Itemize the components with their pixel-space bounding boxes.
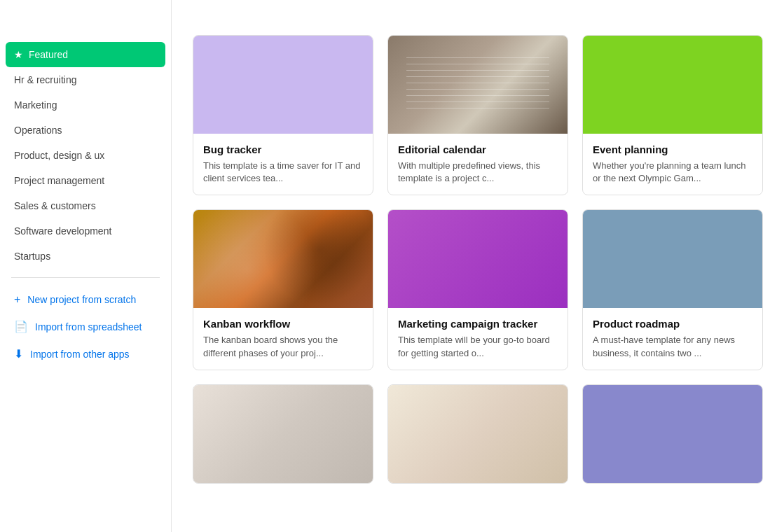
card-description: This template will be your go-to board f… [398, 334, 558, 359]
sidebar-item-label: Marketing [14, 99, 57, 111]
card-body: Event planningWhether you're planning a … [583, 134, 762, 195]
card-title: Event planning [593, 144, 752, 155]
sidebar: ★FeaturedHr & recruitingMarketingOperati… [0, 0, 172, 532]
import-apps-icon: ⬇ [14, 347, 23, 360]
card-body: Editorial calendarWith multiple predefin… [388, 134, 568, 195]
card-image-chart [388, 385, 568, 483]
sidebar-item-featured[interactable]: ★Featured [6, 42, 165, 67]
card-body: Kanban workflowThe kanban board shows yo… [193, 308, 373, 369]
sidebar-item-sales-customers[interactable]: Sales & customers [0, 193, 171, 218]
card-description: With multiple predefined views, this tem… [398, 160, 558, 185]
sidebar-actions: +New project from scratch📄Import from sp… [0, 286, 171, 368]
sidebar-item-label: Operations [14, 125, 62, 136]
action-label: Import from spreadsheet [35, 321, 142, 332]
sidebar-item-operations[interactable]: Operations [0, 118, 171, 143]
action-import-apps[interactable]: ⬇Import from other apps [0, 340, 171, 368]
sidebar-item-label: Product, design & ux [14, 150, 104, 161]
template-card-bug-tracker[interactable]: Bug trackerThis template is a time saver… [193, 35, 373, 195]
sidebar-nav: ★FeaturedHr & recruitingMarketingOperati… [0, 42, 171, 269]
card-image-notebook [388, 36, 568, 134]
sidebar-item-marketing[interactable]: Marketing [0, 92, 171, 118]
card-image-purple [388, 210, 568, 308]
card-image-periwinkle [583, 385, 762, 483]
sidebar-divider [11, 277, 160, 278]
card-image-writing [193, 385, 373, 483]
sidebar-item-project-management[interactable]: Project management [0, 168, 171, 193]
card-description: The kanban board shows you the different… [203, 334, 363, 359]
new-project-icon: + [14, 293, 20, 306]
template-grid: Bug trackerThis template is a time saver… [193, 35, 763, 484]
card-image-lavender [193, 36, 373, 134]
action-import-spreadsheet[interactable]: 📄Import from spreadsheet [0, 313, 171, 340]
template-card-template-8[interactable] [387, 384, 568, 484]
card-image-green [583, 36, 762, 134]
card-title: Product roadmap [593, 318, 752, 330]
action-label: New project from scratch [27, 294, 136, 305]
sidebar-item-label: Hr & recruiting [14, 74, 76, 85]
star-icon: ★ [14, 49, 23, 60]
card-image-meeting [193, 210, 373, 308]
template-card-kanban-workflow[interactable]: Kanban workflowThe kanban board shows yo… [193, 209, 373, 370]
sidebar-item-label: Startups [14, 251, 50, 262]
action-new-project[interactable]: +New project from scratch [0, 286, 171, 313]
card-image-steel [583, 210, 762, 308]
template-card-template-7[interactable] [193, 384, 373, 484]
card-description: A must-have template for any news busine… [593, 334, 752, 359]
card-title: Marketing campaign tracker [398, 318, 558, 330]
action-label: Import from other apps [30, 349, 130, 360]
page-title [0, 14, 171, 42]
card-title: Editorial calendar [398, 144, 558, 155]
import-spreadsheet-icon: 📄 [14, 320, 28, 333]
sidebar-item-label: Featured [29, 49, 68, 60]
card-body: Product roadmapA must-have template for … [583, 308, 762, 369]
sidebar-item-hr-recruiting[interactable]: Hr & recruiting [0, 67, 171, 92]
template-card-product-roadmap[interactable]: Product roadmapA must-have template for … [582, 209, 763, 370]
card-title: Bug tracker [203, 144, 363, 155]
template-card-template-9[interactable] [582, 384, 763, 484]
template-card-editorial-calendar[interactable]: Editorial calendarWith multiple predefin… [387, 35, 568, 195]
sidebar-item-product-design[interactable]: Product, design & ux [0, 143, 171, 168]
template-card-marketing-campaign[interactable]: Marketing campaign trackerThis template … [387, 209, 568, 370]
template-card-event-planning[interactable]: Event planningWhether you're planning a … [582, 35, 763, 195]
sidebar-item-label: Sales & customers [14, 200, 96, 211]
main-content: Bug trackerThis template is a time saver… [172, 0, 784, 532]
card-body: Marketing campaign trackerThis template … [388, 308, 568, 369]
sidebar-item-startups[interactable]: Startups [0, 244, 171, 269]
card-title: Kanban workflow [203, 318, 363, 330]
card-body: Bug trackerThis template is a time saver… [193, 134, 373, 195]
sidebar-item-label: Software development [14, 225, 111, 237]
sidebar-item-software-development[interactable]: Software development [0, 218, 171, 244]
sidebar-item-label: Project management [14, 175, 104, 186]
card-description: Whether you're planning a team lunch or … [593, 160, 752, 185]
card-description: This template is a time saver for IT and… [203, 160, 363, 185]
